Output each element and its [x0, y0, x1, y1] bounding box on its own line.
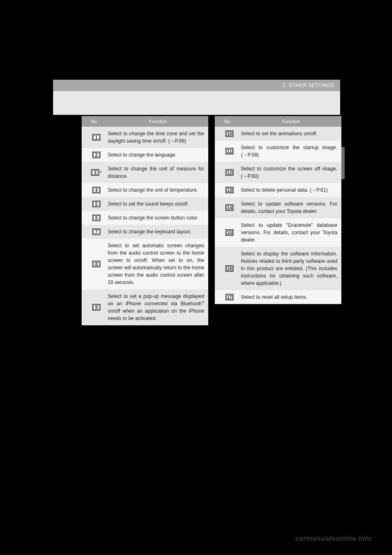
callout-number-icon: 9	[92, 304, 100, 311]
table-row: 15Select to update "Gracenote" database …	[215, 218, 341, 247]
row-function-description: Select to update software versions. For …	[241, 200, 337, 215]
row-function-description: Select to change the time zone and set t…	[108, 130, 204, 145]
function-tables: No. Function 1Select to change the time …	[82, 116, 341, 325]
footnote-asterisk: *	[100, 170, 101, 175]
footer-watermark: carmanualsonline.info	[295, 535, 372, 543]
row-number-cell: 14	[218, 204, 241, 211]
table-row: 5Select to set the sound beeps on/off.	[82, 197, 208, 211]
row-number-cell: 15	[218, 229, 241, 236]
row-function-description: Select to set automatic screen changes f…	[108, 242, 204, 286]
row-function-description: Select to reset all setup items.	[241, 293, 337, 301]
row-number-cell: 9	[85, 304, 108, 311]
page-header: 3. OTHER SETTINGS	[53, 80, 340, 115]
row-number-cell: 1	[85, 134, 108, 141]
row-function-description: Select to customize the screen off image…	[241, 165, 337, 180]
callout-number-icon: 15	[225, 229, 234, 236]
callout-number-icon: 16	[225, 265, 234, 272]
row-number-cell: 10	[218, 130, 241, 137]
callout-number-icon: 3	[91, 169, 99, 176]
row-function-description: Select to change the keyboard layout.	[108, 228, 204, 235]
function-table-left: No. Function 1Select to change the time …	[82, 116, 208, 325]
row-number-cell: 5	[85, 201, 108, 207]
row-function-description: Select to change the screen button color…	[108, 214, 204, 222]
table-row: 7Select to change the keyboard layout.	[82, 225, 208, 239]
row-function-description: Select to change the language.	[108, 151, 204, 159]
row-function-description: Select to change the unit of measure for…	[108, 165, 204, 180]
row-function-description: Select to customize the startup image. (…	[241, 144, 337, 159]
row-function-description: Select to change the unit of temperature…	[108, 186, 204, 194]
callout-number-icon: 6	[92, 215, 100, 221]
chapter-title: 3. OTHER SETTINGS	[283, 83, 334, 88]
table-row: 17Select to reset all setup items.	[215, 290, 341, 304]
row-number-cell: 6	[85, 215, 108, 221]
callout-number-icon: 1	[92, 134, 100, 141]
row-function-description: Select to set the sound beeps on/off.	[108, 200, 204, 208]
callout-number-icon: 13	[225, 187, 234, 193]
row-number-cell: 16	[218, 265, 241, 272]
table-row: 10Select to set the animations on/off.	[215, 127, 341, 141]
callout-number-icon: 17	[225, 294, 234, 300]
callout-number-icon: 4	[92, 187, 100, 193]
col-header-no: No.	[215, 119, 241, 124]
row-number-cell: 11	[218, 148, 241, 154]
table-header: No. Function	[82, 116, 208, 127]
row-number-cell: 7	[85, 228, 108, 235]
table-row: 3*Select to change the unit of measure f…	[82, 162, 208, 183]
table-row: 13Select to delete personal data. (→P.61…	[215, 183, 341, 197]
row-number-cell: 2	[85, 152, 108, 158]
callout-number-icon: 7	[92, 228, 100, 235]
table-body: 1Select to change the time zone and set …	[82, 127, 208, 325]
col-header-function: Function	[108, 119, 208, 124]
table-row: 1Select to change the time zone and set …	[82, 127, 208, 148]
table-row: 8Select to set automatic screen changes …	[82, 239, 208, 289]
row-function-description: Select to set the animations on/off.	[241, 130, 337, 137]
table-row: 6Select to change the screen button colo…	[82, 211, 208, 225]
table-row: 16Select to display the software informa…	[215, 247, 341, 290]
row-number-cell: 3*	[85, 169, 108, 176]
table-row: 2Select to change the language.	[82, 148, 208, 162]
chapter-title-bar: 3. OTHER SETTINGS	[53, 80, 340, 91]
row-number-cell: 12	[218, 169, 241, 176]
callout-number-icon: 11	[225, 148, 234, 154]
callout-number-icon: 12	[225, 169, 234, 176]
table-row: 14Select to update software versions. Fo…	[215, 197, 341, 218]
row-function-description: Select to delete personal data. (→P.61)	[241, 186, 337, 194]
table-row: 4Select to change the unit of temperatur…	[82, 183, 208, 197]
row-function-description: Select to set a pop-up message displayed…	[108, 293, 204, 322]
callout-number-icon: 5	[92, 201, 100, 207]
callout-number-icon: 14	[225, 204, 234, 211]
header-spacer	[53, 91, 340, 115]
row-number-cell: 17	[218, 294, 241, 300]
row-number-cell: 4	[85, 187, 108, 193]
col-header-function: Function	[241, 119, 341, 124]
row-function-description: Select to display the software informati…	[241, 250, 337, 287]
callout-number-icon: 2	[92, 152, 100, 158]
table-row: 12Select to customize the screen off ima…	[215, 162, 341, 183]
table-body: 10Select to set the animations on/off.11…	[215, 127, 341, 304]
row-number-cell: 13	[218, 187, 241, 193]
function-table-right: No. Function 10Select to set the animati…	[215, 116, 341, 304]
table-row: 9Select to set a pop-up message displaye…	[82, 289, 208, 325]
col-header-no: No.	[82, 119, 108, 124]
callout-number-icon: 8	[92, 261, 100, 267]
table-header: No. Function	[215, 116, 341, 127]
row-number-cell: 8	[85, 261, 108, 267]
callout-number-icon: 10	[225, 130, 234, 137]
table-row: 11Select to customize the startup image.…	[215, 141, 341, 162]
row-function-description: Select to update "Gracenote" database ve…	[241, 222, 337, 244]
